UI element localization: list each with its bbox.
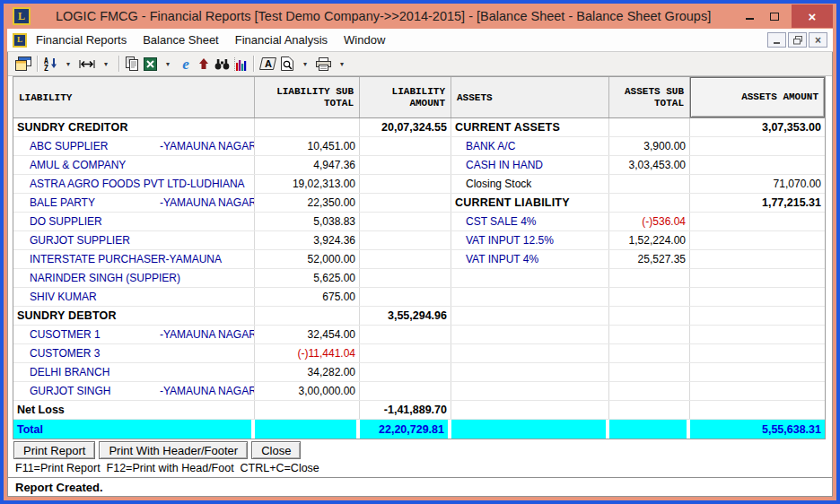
assets-amount-cell (690, 250, 825, 268)
print-report-button[interactable]: Print Report (13, 441, 95, 459)
assets-name-cell: CST SALE 4% (451, 213, 609, 230)
assets-name-cell (451, 288, 609, 306)
maximize-button[interactable] (762, 5, 786, 27)
mdi-close-button[interactable]: × (809, 32, 827, 48)
assets-name-cell (451, 307, 609, 325)
browser-button[interactable]: e (177, 54, 195, 74)
liability-amount-cell: -1,41,889.70 (360, 401, 451, 419)
total-row[interactable]: Total 22,20,729.81 5,55,638.31 (13, 420, 825, 439)
print-with-header-footer-button[interactable]: Print With Header/Footer (99, 441, 248, 459)
table-row[interactable]: GURJOT SUPPLIER 3,924.36 VAT INPUT 12.5%… (13, 231, 825, 250)
table-row[interactable]: BALE PARTY-YAMAUNA NAGAR 22,350.00 CURRE… (13, 194, 825, 213)
assets-amount-cell (690, 137, 825, 155)
liability-amount-cell (360, 194, 451, 212)
excel-icon (144, 57, 157, 71)
liability-name-cell: AMUL & COMPANY (13, 156, 255, 174)
assets-subtotal-cell (609, 401, 690, 419)
table-row[interactable]: ASTRA AGRO FOODS PVT LTD-LUDHIANA 19,02,… (13, 175, 825, 194)
chart-button[interactable] (232, 54, 249, 74)
table-row[interactable]: ABC SUPPLIER-YAMAUNA NAGAR 10,451.00 BAN… (13, 137, 825, 156)
assets-name-cell: VAT INPUT 4% (451, 250, 609, 268)
assets-amount-cell (690, 326, 825, 343)
assets-subtotal-cell (609, 326, 690, 343)
assets-name-cell (451, 401, 609, 419)
table-row[interactable]: GURJOT SINGH-YAMAUNA NAGAR 3,00,000.00 (13, 382, 825, 401)
liability-subtotal-cell (255, 401, 360, 419)
assets-subtotal-cell (609, 363, 690, 381)
assets-subtotal-cell (609, 344, 690, 362)
header-liability-amount[interactable]: LIABILITY AMOUNT (360, 77, 451, 117)
total-assets-subtotal-cell (609, 420, 690, 439)
liability-name-cell: GURJOT SINGH-YAMAUNA NAGAR (13, 382, 255, 400)
table-row[interactable]: Net Loss -1,41,889.70 (13, 401, 825, 420)
export-dropdown[interactable]: ▾ (159, 54, 177, 74)
header-liability-sub-total[interactable]: LIABILITY SUB TOTAL (255, 77, 360, 117)
header-liability[interactable]: LIABILITY (13, 77, 255, 117)
table-row[interactable]: SHIV KUMAR 675.00 (13, 288, 825, 307)
assets-subtotal-cell (609, 269, 690, 287)
mdi-minimize-button[interactable] (767, 32, 786, 48)
mdi-restore-button[interactable] (788, 32, 807, 48)
window-title: LOGIC FMCG - Financial Reports [Test Dem… (56, 9, 711, 23)
print-preview-icon (281, 56, 293, 71)
liability-subtotal-cell: 19,02,313.00 (255, 175, 360, 193)
assets-amount-cell (690, 344, 825, 362)
table-row[interactable]: CUSTOMER 3 (-)11,441.04 (13, 344, 825, 363)
print-preview-dropdown[interactable]: ▾ (296, 54, 314, 74)
liability-name-cell: SUNDRY DEBTOR (13, 307, 255, 325)
sort-button[interactable]: AZ (41, 54, 59, 74)
liability-name-cell: DELHI BRANCH (13, 363, 255, 381)
total-assets-name-cell (451, 420, 609, 439)
font-button[interactable]: A (258, 54, 278, 74)
assets-name-cell (451, 363, 609, 381)
table-row[interactable]: DO SUPPLIER 5,038.83 CST SALE 4% (-)536.… (13, 213, 825, 231)
liability-subtotal-cell: 34,282.00 (255, 363, 360, 381)
find-button[interactable] (213, 54, 232, 74)
liability-amount-cell (360, 363, 451, 381)
table-row[interactable]: CUSOTMER 1-YAMAUNA NAGAR 32,454.00 (13, 326, 825, 344)
assets-name-cell (451, 344, 609, 362)
assets-amount-cell: 1,77,215.31 (690, 194, 825, 212)
close-button[interactable]: × (792, 4, 833, 28)
assets-name-cell: VAT INPUT 12.5% (451, 231, 609, 249)
table-row[interactable]: SUNDRY DEBTOR 3,55,294.96 (13, 307, 825, 326)
print-dropdown[interactable]: ▾ (333, 54, 351, 74)
table-row[interactable]: AMUL & COMPANY 4,947.36 CASH IN HAND 3,0… (13, 156, 825, 175)
assets-subtotal-cell: 3,03,453.00 (609, 156, 690, 174)
report-window-button[interactable] (13, 54, 33, 74)
table-row[interactable]: DELHI BRANCH 34,282.00 (13, 363, 825, 382)
menu-financial-analysis[interactable]: Financial Analysis (235, 33, 328, 47)
copy-button[interactable] (123, 54, 141, 74)
menu-window[interactable]: Window (344, 33, 385, 47)
move-up-button[interactable] (195, 54, 213, 74)
total-assets-amount-cell: 5,55,638.31 (690, 420, 825, 439)
table-row[interactable]: SUNDRY CREDITOR 20,07,324.55 CURRENT ASS… (13, 118, 825, 137)
liability-subtotal-cell: 22,350.00 (255, 194, 360, 212)
mdi-child-icon: L (13, 33, 27, 48)
export-excel-button[interactable] (141, 54, 159, 74)
header-assets-amount[interactable]: ASSETS AMOUNT (690, 77, 825, 117)
assets-subtotal-cell: 1,52,224.00 (609, 231, 690, 249)
header-assets[interactable]: ASSETS (451, 77, 609, 117)
liability-amount-cell (360, 156, 451, 174)
total-liability-subtotal-cell (255, 420, 360, 439)
column-width-icon (79, 59, 95, 69)
sort-dropdown[interactable]: ▾ (59, 54, 77, 74)
liability-amount-cell: 20,07,324.55 (360, 118, 451, 136)
table-row[interactable]: NARINDER SINGH (SUPPIER) 5,625.00 (13, 269, 825, 288)
print-preview-button[interactable] (278, 54, 296, 74)
print-button[interactable] (314, 54, 333, 74)
close-report-button[interactable]: Close (251, 441, 301, 459)
liability-name-cell: CUSOTMER 1-YAMAUNA NAGAR (13, 326, 255, 343)
menu-financial-reports[interactable]: Financial Reports (36, 33, 127, 47)
column-width-dropdown[interactable]: ▾ (97, 54, 115, 74)
table-row[interactable]: INTERSTATE PURCHASER-YAMAUNA 52,000.00 V… (13, 250, 825, 269)
liability-name-cell: GURJOT SUPPLIER (13, 231, 255, 249)
menu-balance-sheet[interactable]: Balance Sheet (143, 33, 219, 47)
minimize-button[interactable] (738, 5, 762, 27)
column-width-button[interactable] (77, 54, 97, 74)
assets-amount-cell (690, 288, 825, 306)
liability-name-cell: ABC SUPPLIER-YAMAUNA NAGAR (13, 137, 255, 155)
liability-amount-cell (360, 231, 451, 249)
header-assets-sub-total[interactable]: ASSETS SUB TOTAL (609, 77, 690, 117)
